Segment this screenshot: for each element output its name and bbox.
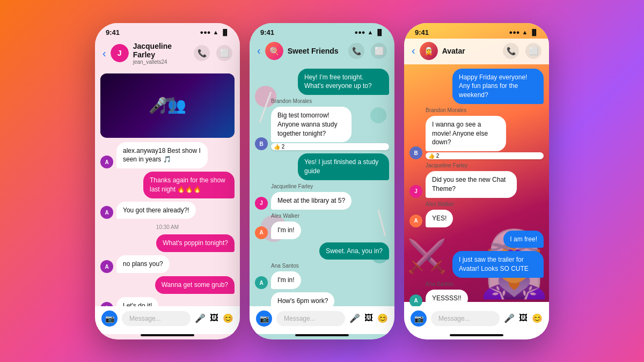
message-input-1[interactable]: Message...	[122, 311, 191, 326]
input-actions-3: 🎤 🖼 😊	[504, 313, 543, 323]
sticker-icon-3[interactable]: 😊	[532, 313, 543, 323]
home-indicator-2	[295, 334, 349, 336]
header-actions-1: 📞 ⬜	[194, 45, 232, 61]
input-bar-2: 📷 Message... 🎤 🖼 😊	[250, 306, 394, 334]
time-3: 9:41	[415, 28, 429, 36]
bubble: Hey! I'm free tonight. What's everyone u…	[298, 69, 389, 95]
sender-name: Jacqueline Farley	[426, 162, 544, 168]
wifi-icon: ▲	[213, 29, 219, 35]
video-call-button-1[interactable]: ⬜	[216, 45, 232, 61]
avatar: A	[100, 302, 113, 306]
bubble: I'm in!	[271, 271, 301, 289]
avatar: A	[409, 294, 422, 306]
message-input-2[interactable]: Message...	[276, 311, 345, 326]
msg-row: Sweet. Ana, you in?	[255, 242, 389, 260]
concert-image: 🎤👥	[100, 73, 235, 138]
status-bar-2: 9:41 ●●● ▲ ▐▌	[250, 23, 394, 39]
chat-header-2: ‹ 🍭 Sweet Friends 📞 ⬜	[250, 39, 394, 64]
wifi-icon: ▲	[368, 29, 374, 35]
header-name-1: Jacqueline Farley	[133, 42, 189, 59]
input-actions-2: 🎤 🖼 😊	[349, 313, 388, 323]
bubble: Meet at the library at 5?	[271, 192, 352, 210]
gallery-icon-1[interactable]: 🖼	[210, 313, 218, 323]
avatar: B	[409, 146, 422, 159]
msg-row: A YESSSS!!	[409, 290, 544, 306]
bubble: You got there already?!	[116, 202, 196, 219]
chat-area-1: 🎤👥 A alex.anyway18 Best show I seen in y…	[95, 69, 240, 306]
bubble: I just saw the trailer for Avatar! Looks…	[452, 251, 544, 278]
msg-row: A You got there already?!	[100, 202, 235, 219]
msg-row: Happy Friday everyone! Any fun plans for…	[409, 69, 544, 104]
back-button-1[interactable]: ‹	[103, 47, 106, 60]
home-indicator-1	[141, 334, 194, 336]
msg-row: B Big test tomorrow! Anyone wanna study …	[255, 107, 389, 150]
header-name-3: Avatar	[442, 47, 499, 55]
sticker-icon-1[interactable]: 😊	[223, 313, 233, 323]
phone-3: 9:41 ●●● ▲ ▐▌ ‹ 🧝 Avatar 📞 ⬜ 🧝‍♀️ ⚔️ Hap…	[404, 23, 549, 339]
chat-header-1: ‹ J Jacqueline Farley jean_vallets24 📞 ⬜	[95, 39, 240, 69]
sender-name: Alex Walker	[426, 201, 544, 207]
time-1: 9:41	[106, 28, 120, 36]
signal-icon: ●●●	[509, 29, 520, 35]
mic-icon-1[interactable]: 🎤	[195, 313, 206, 323]
sender-name: Jacqueline Farley	[271, 183, 389, 189]
msg-row: A I'm in!	[255, 221, 389, 239]
bubble: Let's do it!	[116, 297, 158, 306]
camera-button-2[interactable]: 📷	[256, 311, 272, 327]
sender-name: Ana Santos	[426, 281, 544, 287]
wifi-icon: ▲	[522, 29, 528, 35]
sticker-icon-2[interactable]: 😊	[377, 313, 388, 323]
avatar-circle-3: 🧝	[420, 42, 438, 60]
chat-area-2: Hey! I'm free tonight. What's everyone u…	[250, 64, 394, 306]
reaction: 👍 2	[426, 152, 544, 159]
phone-1: 9:41 ●●● ▲ ▐▌ ‹ J Jacqueline Farley jean…	[95, 23, 240, 339]
bubble: Big test tomorrow! Anyone wanna study to…	[271, 107, 352, 142]
camera-button-1[interactable]: 📷	[101, 311, 118, 327]
gallery-icon-3[interactable]: 🖼	[519, 313, 528, 323]
bubble: How's 6pm work?	[271, 292, 334, 306]
header-info-3: Avatar	[442, 47, 499, 55]
battery-icon: ▐▌	[530, 29, 538, 35]
bubble: Wanna get some grub?	[155, 276, 235, 294]
avatar-circle-1: J	[111, 44, 129, 62]
back-button-3[interactable]: ‹	[412, 45, 415, 57]
battery-icon: ▐▌	[375, 29, 384, 35]
msg-row: A no plans you?	[100, 255, 235, 273]
sender-name: Brandon Morales	[426, 107, 544, 113]
bubble: Thanks again for the show last night 🔥🔥🔥	[143, 172, 235, 198]
header-actions-3: 📞 ⬜	[503, 43, 541, 59]
input-bar-3: 📷 Message... 🎤 🖼 😊	[404, 306, 549, 334]
msg-row: What's poppin tonight?	[100, 234, 235, 252]
reaction: 👍 2	[271, 143, 389, 150]
gallery-icon-2[interactable]: 🖼	[364, 313, 373, 323]
phone-call-button-2[interactable]: 📞	[348, 43, 364, 59]
header-avatar-1: J	[111, 44, 129, 62]
msg-row: A I'm in!	[255, 271, 389, 289]
phone-call-button-1[interactable]: 📞	[194, 45, 210, 61]
msg-row: A alex.anyway18 Best show I seen in year…	[100, 142, 235, 169]
sender-name: Alex Walker	[271, 213, 389, 219]
video-call-button-2[interactable]: ⬜	[371, 43, 387, 59]
bubble: Happy Friday everyone! Any fun plans for…	[452, 69, 544, 104]
avatar: J	[409, 185, 422, 198]
msg-row: Thanks again for the show last night 🔥🔥🔥	[100, 172, 235, 198]
chat-area-3: Happy Friday everyone! Any fun plans for…	[404, 64, 549, 306]
mic-icon-2[interactable]: 🎤	[349, 313, 360, 323]
input-bar-1: 📷 Message... 🎤 🖼 😊	[95, 306, 240, 334]
msg-row: I am free!	[409, 231, 544, 248]
msg-row: Yes! I just finished a study guide	[255, 153, 389, 180]
back-button-2[interactable]: ‹	[257, 45, 261, 57]
chat-header-3: ‹ 🧝 Avatar 📞 ⬜	[404, 39, 549, 64]
message-input-3[interactable]: Message...	[431, 311, 500, 326]
msg-row: Hey! I'm free tonight. What's everyone u…	[255, 69, 389, 95]
mic-icon-3[interactable]: 🎤	[504, 313, 515, 323]
video-call-button-3[interactable]: ⬜	[525, 43, 541, 59]
msg-row: A YES!	[409, 210, 544, 227]
camera-button-3[interactable]: 📷	[411, 311, 427, 327]
status-bar-1: 9:41 ●●● ▲ ▐▌	[95, 23, 240, 39]
avatar: A	[100, 206, 113, 219]
msg-row: I just saw the trailer for Avatar! Looks…	[409, 251, 544, 278]
timestamp: 10:30 AM	[100, 224, 235, 230]
bubble: YES!	[426, 210, 453, 227]
phone-call-button-3[interactable]: 📞	[503, 43, 519, 59]
